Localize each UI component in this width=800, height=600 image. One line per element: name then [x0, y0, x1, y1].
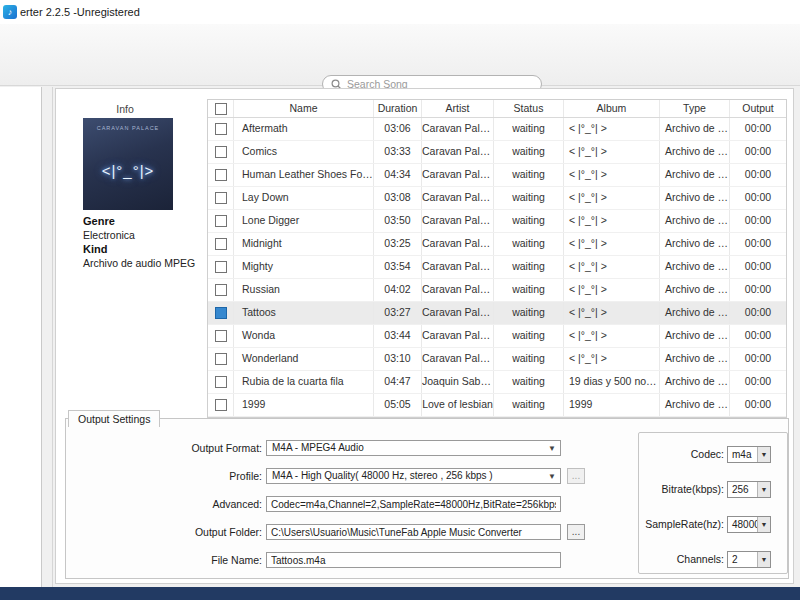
- table-row[interactable]: Aftermath03:06Caravan Palacewaiting< |°_…: [208, 118, 786, 141]
- table-row[interactable]: Comics03:33Caravan Palacewaiting< |°_°| …: [208, 141, 786, 164]
- status-bar: [0, 587, 800, 600]
- row-checkbox[interactable]: [215, 376, 227, 388]
- profile-select[interactable]: M4A - High Quality( 48000 Hz, stereo , 2…: [266, 468, 561, 484]
- genre-value: Electronica: [83, 229, 135, 241]
- cell-name: Midnight: [234, 233, 374, 255]
- output-settings-tab[interactable]: Output Settings: [68, 410, 160, 427]
- channels-select[interactable]: 2 ▼: [727, 551, 771, 568]
- cell-status: waiting: [494, 118, 564, 140]
- cell-name: 1999: [234, 394, 374, 416]
- table-row[interactable]: Rubia de la cuarta fila04:47Joaquin Sabi…: [208, 371, 786, 394]
- row-checkbox[interactable]: [215, 399, 227, 411]
- column-header-output[interactable]: Output: [730, 100, 786, 117]
- row-checkbox[interactable]: [215, 284, 227, 296]
- cell-type: Archivo de au...: [660, 187, 730, 209]
- cell-type: Archivo de au...: [660, 141, 730, 163]
- chevron-down-icon: ▼: [548, 469, 556, 484]
- cell-artist: Caravan Palace: [422, 348, 494, 370]
- table-row[interactable]: 199905:05Love of lesbianwaiting1999Archi…: [208, 394, 786, 417]
- column-header-status[interactable]: Status: [494, 100, 564, 117]
- cell-type: Archivo de au...: [660, 371, 730, 393]
- row-checkbox-cell: [208, 233, 234, 255]
- cell-output: 00:00: [730, 164, 786, 186]
- cell-artist: Love of lesbian: [422, 394, 494, 416]
- cell-output: 00:00: [730, 187, 786, 209]
- cell-type: Archivo de au...: [660, 256, 730, 278]
- table-row[interactable]: Midnight03:25Caravan Palacewaiting< |°_°…: [208, 233, 786, 256]
- table-row[interactable]: Lone Digger03:50Caravan Palacewaiting< |…: [208, 210, 786, 233]
- cell-artist: Joaquin Sabina: [422, 371, 494, 393]
- table-row[interactable]: Russian04:02Caravan Palacewaiting< |°_°|…: [208, 279, 786, 302]
- profile-browse-button[interactable]: ...: [567, 468, 585, 484]
- row-checkbox[interactable]: [215, 215, 227, 227]
- cell-name: Lone Digger: [234, 210, 374, 232]
- cell-duration: 03:50: [374, 210, 422, 232]
- row-checkbox-cell: [208, 164, 234, 186]
- bitrate-value: 256: [732, 484, 749, 495]
- cell-type: Archivo de au...: [660, 302, 730, 324]
- codec-select[interactable]: m4a ▼: [727, 446, 771, 463]
- table-row[interactable]: Mighty03:54Caravan Palacewaiting< |°_°| …: [208, 256, 786, 279]
- row-checkbox[interactable]: [215, 353, 227, 365]
- chevron-down-icon: ▼: [757, 482, 770, 497]
- cell-album: < |°_°| >: [564, 233, 660, 255]
- codec-value: m4a: [732, 449, 751, 460]
- cell-artist: Caravan Palace: [422, 164, 494, 186]
- row-checkbox[interactable]: [215, 123, 227, 135]
- bitrate-select[interactable]: 256 ▼: [727, 481, 771, 498]
- column-header-album[interactable]: Album: [564, 100, 660, 117]
- samplerate-select[interactable]: 48000 ▼: [727, 516, 771, 533]
- app-icon: ♪: [3, 5, 17, 19]
- row-checkbox[interactable]: [215, 330, 227, 342]
- output-format-label: Output Format:: [142, 442, 262, 454]
- cell-album: < |°_°| >: [564, 279, 660, 301]
- select-all-checkbox[interactable]: [215, 103, 227, 115]
- row-checkbox[interactable]: [215, 307, 227, 319]
- table-row[interactable]: Human Leather Shoes For Crocodi...04:34C…: [208, 164, 786, 187]
- chevron-down-icon: ▼: [757, 447, 770, 462]
- cell-album: < |°_°| >: [564, 187, 660, 209]
- chevron-down-icon: ▼: [548, 441, 556, 456]
- table-row[interactable]: Wonda03:44Caravan Palacewaiting< |°_°| >…: [208, 325, 786, 348]
- cell-name: Lay Down: [234, 187, 374, 209]
- column-header-artist[interactable]: Artist: [422, 100, 494, 117]
- table-body: Aftermath03:06Caravan Palacewaiting< |°_…: [208, 118, 786, 417]
- row-checkbox[interactable]: [215, 146, 227, 158]
- cell-type: Archivo de au...: [660, 348, 730, 370]
- column-header-duration[interactable]: Duration: [374, 100, 422, 117]
- cell-artist: Caravan Palace: [422, 256, 494, 278]
- cell-type: Archivo de au...: [660, 210, 730, 232]
- cell-type: Archivo de au...: [660, 279, 730, 301]
- row-checkbox-cell: [208, 279, 234, 301]
- codec-label: Codec:: [640, 448, 724, 460]
- output-folder-field[interactable]: [266, 524, 561, 540]
- row-checkbox-cell: [208, 394, 234, 416]
- cell-album: < |°_°| >: [564, 348, 660, 370]
- row-checkbox[interactable]: [215, 238, 227, 250]
- file-name-field[interactable]: [266, 552, 561, 568]
- table-header: Name Duration Artist Status Album Type O…: [208, 100, 786, 118]
- cell-status: waiting: [494, 325, 564, 347]
- output-folder-browse-button[interactable]: ...: [567, 524, 585, 540]
- row-checkbox[interactable]: [215, 192, 227, 204]
- column-header-name[interactable]: Name: [234, 100, 374, 117]
- output-format-select[interactable]: M4A - MPEG4 Audio ▼: [266, 440, 561, 456]
- row-checkbox[interactable]: [215, 261, 227, 273]
- profile-value: M4A - High Quality( 48000 Hz, stereo , 2…: [272, 470, 493, 481]
- table-row[interactable]: Lay Down03:08Caravan Palacewaiting< |°_°…: [208, 187, 786, 210]
- cell-artist: Caravan Palace: [422, 210, 494, 232]
- table-row[interactable]: Wonderland03:10Caravan Palacewaiting< |°…: [208, 348, 786, 371]
- chevron-down-icon: ▼: [757, 517, 770, 532]
- advanced-field[interactable]: [266, 496, 561, 512]
- cell-duration: 03:54: [374, 256, 422, 278]
- cell-duration: 03:27: [374, 302, 422, 324]
- cell-name: Wonda: [234, 325, 374, 347]
- left-sidebar-strip: [0, 87, 42, 587]
- column-header-type[interactable]: Type: [660, 100, 730, 117]
- samplerate-value: 48000: [732, 519, 760, 530]
- row-checkbox[interactable]: [215, 169, 227, 181]
- table-row[interactable]: Tattoos03:27Caravan Palacewaiting< |°_°|…: [208, 302, 786, 325]
- cell-duration: 05:05: [374, 394, 422, 416]
- cell-type: Archivo de au...: [660, 394, 730, 416]
- row-checkbox-cell: [208, 371, 234, 393]
